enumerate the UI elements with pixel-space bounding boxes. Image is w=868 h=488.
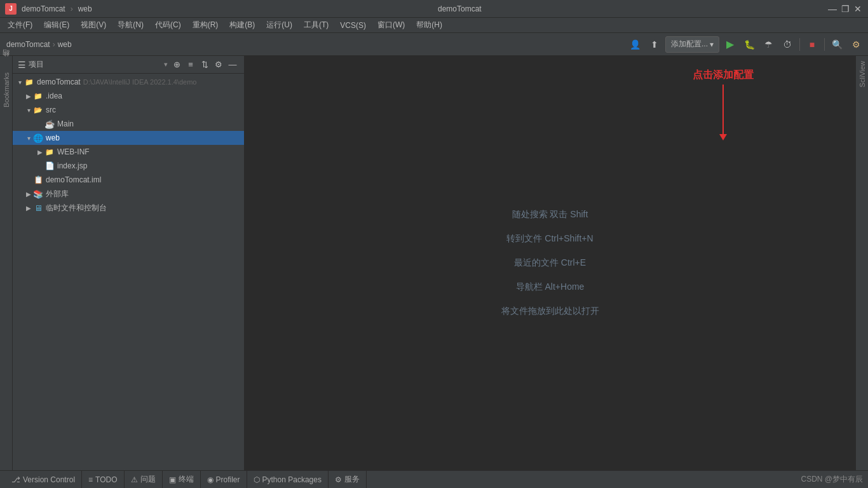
add-config-label: 添加配置... <box>671 39 708 50</box>
status-tab-profiler[interactable]: ◉ Profiler <box>201 471 247 488</box>
item-path-root: D:\JAVA\IntelliJ IDEA 2022.1.4\demo <box>83 78 197 86</box>
debug-button[interactable]: 🐛 <box>741 36 757 53</box>
status-tab-problems[interactable]: ⚠ 问题 <box>125 471 163 488</box>
panel-add-btn[interactable]: ⊕ <box>170 58 183 71</box>
status-tab-services[interactable]: ⚙ 服务 <box>329 471 367 488</box>
breadcrumb-area: demoTomcat › web <box>4 40 626 49</box>
item-name-iml: demoTomcat.iml <box>46 175 101 184</box>
tree-item-main[interactable]: ☕ Main <box>13 117 244 131</box>
menu-item-vcss[interactable]: VCS(S) <box>335 20 371 31</box>
todo-label: TODO <box>95 475 117 484</box>
run-button[interactable]: ▶ <box>722 36 738 53</box>
menu-bar: 文件(F)编辑(E)视图(V)导航(N)代码(C)重构(R)构建(B)运行(U)… <box>0 18 868 33</box>
content-area: 点击添加配置 随处搜索 双击 Shift 转到文件 Ctrl+Shift+N 最… <box>245 56 855 470</box>
panel-sort-btn[interactable]: ⇅ <box>198 58 211 71</box>
folder-icon-idea: 📁 <box>33 91 43 101</box>
panel-list-btn[interactable]: ≡ <box>184 58 197 71</box>
folder-icon-src: 📂 <box>33 105 43 115</box>
tree-item-web[interactable]: ▾ 🌐 web <box>13 131 244 145</box>
item-name-idea: .idea <box>46 92 62 100</box>
toggle-libs[interactable]: ▶ <box>24 189 33 198</box>
search-button[interactable]: 🔍 <box>829 36 845 53</box>
status-tab-python-packages[interactable]: ⬡ Python Packages <box>247 471 329 488</box>
hint-5: 将文件拖放到此处以打开 <box>501 306 599 317</box>
window-title: demoTomcat <box>92 4 827 13</box>
menu-item-v[interactable]: 视图(V) <box>76 18 111 32</box>
toggle-root[interactable]: ▾ <box>15 78 24 86</box>
toolbar-sep2 <box>824 38 825 51</box>
user-icon-btn[interactable]: 👤 <box>627 36 644 53</box>
menu-item-f[interactable]: 文件(F) <box>3 18 37 32</box>
profiler-label: Profiler <box>216 475 240 484</box>
menu-item-n[interactable]: 导航(N) <box>112 18 149 32</box>
arrow-down <box>722 85 724 135</box>
java-icon-main: ☕ <box>44 119 55 129</box>
item-name-web: web <box>46 133 60 142</box>
profiler-icon: ◉ <box>207 475 214 484</box>
coverage-button[interactable]: ☂ <box>760 36 776 53</box>
terminal-label: 终端 <box>179 474 194 485</box>
update-icon-btn[interactable]: ⬆ <box>646 36 663 53</box>
tree-item-indexjsp[interactable]: 📄 index.jsp <box>13 159 244 173</box>
menu-item-b[interactable]: 构建(B) <box>224 18 260 32</box>
title-bar: J demoTomcat › web demoTomcat — ❐ ✕ <box>0 0 868 18</box>
menu-item-e[interactable]: 编辑(E) <box>39 18 74 32</box>
tree-item-iml[interactable]: 📋 demoTomcat.iml <box>13 173 244 187</box>
maximize-button[interactable]: ❐ <box>840 4 850 14</box>
toggle-scratch[interactable]: ▶ <box>24 203 33 212</box>
add-config-dropdown-icon: ▾ <box>710 40 714 49</box>
panel-collapse-btn[interactable]: — <box>226 58 239 71</box>
title-bar-left: J demoTomcat › web <box>5 3 92 15</box>
menu-item-u[interactable]: 运行(U) <box>261 18 297 32</box>
item-name-src: src <box>46 105 56 114</box>
menu-item-w[interactable]: 窗口(W) <box>372 18 410 32</box>
stop-button[interactable]: ■ <box>804 36 820 53</box>
title-bar-controls: — ❐ ✕ <box>827 4 863 14</box>
toggle-web[interactable]: ▾ <box>24 133 33 142</box>
bookmarks-label[interactable]: Bookmarks <box>1 69 11 111</box>
panel-settings-btn[interactable]: ⚙ <box>212 58 225 71</box>
profile-button[interactable]: ⏱ <box>779 36 796 53</box>
toggle-iml <box>24 175 33 184</box>
breadcrumb-web: web <box>78 4 92 13</box>
status-tab-vcs[interactable]: ⎇ Version Control <box>5 471 82 488</box>
menu-item-c[interactable]: 代码(C) <box>150 18 186 32</box>
panel-icon: ☰ <box>18 60 26 70</box>
item-name-scratch: 临时文件和控制台 <box>46 203 107 214</box>
add-config-button[interactable]: 添加配置... ▾ <box>665 36 719 53</box>
folder-icon-root: 📁 <box>24 77 34 87</box>
app-icon: J <box>5 3 17 15</box>
menu-item-r[interactable]: 重构(R) <box>187 18 224 32</box>
tree-item-src[interactable]: ▾ 📂 src <box>13 103 244 117</box>
toggle-webinf[interactable]: ▶ <box>36 147 44 156</box>
tree-item-webinf[interactable]: ▶ 📁 WEB-INF <box>13 145 244 159</box>
settings-button[interactable]: ⚙ <box>848 36 864 53</box>
status-right-text: CSDN @梦中有辰 <box>801 474 863 485</box>
project-panel: ☰ 项目 ▾ ⊕ ≡ ⇅ ⚙ — ▾ 📁 demoTomcat D:\JAVA\… <box>13 56 245 470</box>
item-name-indexjsp: index.jsp <box>57 161 87 170</box>
status-tab-todo[interactable]: ≡ TODO <box>82 471 124 488</box>
iml-icon: 📋 <box>33 175 43 185</box>
right-strip: ScliView <box>855 56 868 470</box>
tree-item-root[interactable]: ▾ 📁 demoTomcat D:\JAVA\IntelliJ IDEA 202… <box>13 75 244 89</box>
item-name-root: demoTomcat <box>37 78 81 86</box>
minimize-button[interactable]: — <box>827 4 837 14</box>
toggle-idea[interactable]: ▶ <box>24 92 33 100</box>
status-tab-terminal[interactable]: ▣ 终端 <box>163 471 201 488</box>
menu-item-t[interactable]: 工具(T) <box>299 18 334 32</box>
menu-item-h[interactable]: 帮助(H) <box>411 18 447 32</box>
status-bar: ⎇ Version Control ≡ TODO ⚠ 问题 ▣ 终端 ◉ Pro… <box>0 470 868 488</box>
tree-item-scratch[interactable]: ▶ 🖥 临时文件和控制台 <box>13 201 244 215</box>
structure-label[interactable]: 结构 <box>0 58 12 66</box>
panel-dropdown[interactable]: ▾ <box>164 60 168 69</box>
python-packages-label: Python Packages <box>262 475 322 484</box>
tree-item-idea[interactable]: ▶ 📁 .idea <box>13 89 244 103</box>
sciview-label[interactable]: ScliView <box>857 58 867 90</box>
services-icon: ⚙ <box>335 475 342 484</box>
tree-item-libs[interactable]: ▶ 📚 外部库 <box>13 187 244 201</box>
close-button[interactable]: ✕ <box>853 4 863 14</box>
breadcrumb-sep: › <box>71 4 73 13</box>
panel-header: ☰ 项目 ▾ ⊕ ≡ ⇅ ⚙ — <box>13 56 244 74</box>
lib-icon: 📚 <box>33 189 43 199</box>
toggle-src[interactable]: ▾ <box>24 105 33 114</box>
